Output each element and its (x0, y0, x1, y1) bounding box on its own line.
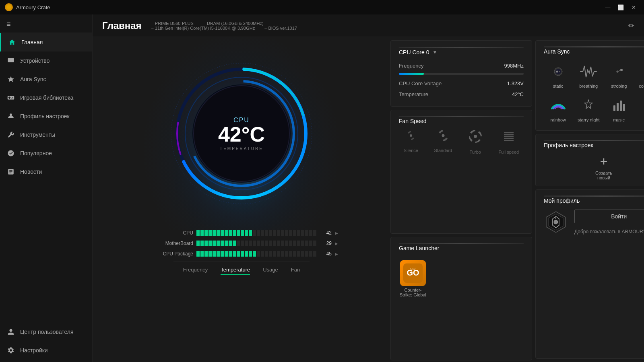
frequency-bar-fill (399, 73, 424, 75)
svg-marker-1 (8, 76, 14, 82)
sidebar-item-news[interactable]: Новости (0, 162, 92, 181)
minimize-button[interactable]: — (602, 3, 613, 11)
sidebar-item-profiles[interactable]: Профиль настроек (0, 107, 92, 125)
gauge-temperature: 42°C (218, 124, 265, 145)
game-launcher-header: Game Launcher (399, 245, 524, 251)
gauge-temp-label: TEMPERATURE (220, 146, 263, 151)
voltage-row: CPU Core Voltage 1.323V (399, 78, 524, 89)
music-label: music (613, 117, 625, 122)
bar-value-motherboard: 29 (320, 241, 332, 246)
aura-option-static[interactable]: static (544, 60, 573, 91)
strobing-icon (610, 63, 628, 80)
sidebar-item-aura[interactable]: Aura Sync (0, 70, 92, 88)
aura-option-strobing[interactable]: strobing (605, 60, 634, 91)
create-profile-button[interactable]: + Создатьновый (544, 154, 644, 180)
aura-option-starry-night[interactable]: starry night (574, 94, 603, 125)
svg-point-25 (556, 71, 558, 73)
cpu-detail-title: CPU Core 0 (399, 49, 429, 56)
user-center-icon (6, 327, 15, 336)
fan-turbo-icon (468, 129, 483, 146)
sidebar-item-user-center[interactable]: Центр пользователя (0, 323, 92, 341)
tab-temperature[interactable]: Temperature (221, 267, 250, 275)
aura-option-smart[interactable]: smart (635, 94, 644, 125)
header-info-row1: – PRIME B560-PLUS – DRAM (16.0GB & 2400M… (151, 21, 297, 26)
svg-point-45 (554, 220, 558, 224)
header-info-row2: – 11th Gen Intel(R) Core(TM) i5-11600K @… (151, 26, 297, 31)
header-info: – PRIME B560-PLUS – DRAM (16.0GB & 2400M… (151, 21, 297, 31)
color-cycle-label: color cycle (639, 84, 644, 88)
close-button[interactable]: ✕ (628, 3, 639, 11)
page-title: Главная (102, 20, 142, 31)
my-profile-divider (544, 195, 644, 197)
bar-track-cpu-package (196, 251, 316, 257)
profile-content: Войти Добро пожаловать в ARMOURY CRATE (544, 210, 644, 234)
game-icon-csgo: GO CS: (400, 260, 426, 286)
rainbow-label: rainbow (550, 117, 566, 122)
sidebar: ≡ Главная Устройство Aura Sync (0, 14, 93, 362)
frequency-value: 998MHz (504, 63, 524, 69)
plus-icon: + (600, 154, 608, 169)
svg-point-14 (474, 135, 477, 138)
temperature-value: 42°C (512, 91, 524, 97)
svg-marker-33 (584, 100, 592, 109)
smart-icon (640, 97, 644, 114)
right-panel: CPU Core 0 ▼ Frequency 998MHz CPU Core V… (390, 37, 644, 362)
starry-night-icon (580, 97, 597, 114)
settings-icon (6, 346, 15, 355)
strobing-label: strobing (611, 84, 627, 88)
hamburger-menu[interactable]: ≡ (5, 19, 87, 30)
window-controls: — ⬜ ✕ (602, 3, 639, 11)
gauge-inner: CPU 42°C TEMPERATURE (193, 85, 290, 182)
fan-options: Silence Standard (399, 129, 524, 154)
header-bios: – BIOS ver.1017 (264, 26, 297, 31)
bar-label-cpu-package: CPU Package (157, 251, 193, 257)
my-profile-title: Мой профиль (544, 197, 644, 204)
sidebar-item-settings[interactable]: Настройки (0, 341, 92, 360)
fan-option-turbo[interactable]: Turbo (468, 129, 483, 154)
fan-silence-label: Silence (404, 148, 418, 153)
sidebar-nav: Главная Устройство Aura Sync Игровая биб… (0, 33, 92, 320)
create-new-label: Создатьновый (595, 171, 612, 180)
aura-divider (544, 46, 644, 47)
edit-button[interactable]: ✏ (628, 21, 634, 30)
right-column: Aura Sync (535, 37, 644, 362)
tab-usage[interactable]: Usage (263, 267, 278, 275)
app-title: Armoury Crate (16, 4, 602, 10)
fan-speed-title: Fan Speed (399, 118, 427, 124)
game-label-csgo: Counter-Strike: Global (399, 288, 427, 297)
tab-fan[interactable]: Fan (291, 267, 300, 275)
fan-full-icon (502, 129, 516, 146)
fan-option-silence[interactable]: Silence (404, 129, 418, 154)
aura-option-breathing[interactable]: breathing (574, 60, 603, 91)
sidebar-item-games[interactable]: Игровая библиотека (0, 88, 92, 107)
csgo-logo-svg: GO CS: (403, 263, 423, 283)
svg-point-13 (442, 134, 444, 137)
sidebar-item-home[interactable]: Главная (0, 33, 92, 51)
app-logo (5, 3, 13, 11)
maximize-button[interactable]: ⬜ (615, 3, 626, 11)
aura-option-color-cycle[interactable]: color cycle (635, 60, 644, 91)
fan-option-standard[interactable]: Standard (434, 129, 452, 154)
header-motherboard: – PRIME B560-PLUS (151, 21, 194, 26)
sidebar-item-device[interactable]: Устройство (0, 51, 92, 70)
color-cycle-icon (640, 63, 644, 80)
aura-option-rainbow[interactable]: rainbow (544, 94, 573, 125)
aura-option-music[interactable]: music (605, 94, 634, 125)
game-item-csgo[interactable]: GO CS: Counter-Strike: Global (399, 256, 427, 297)
fan-option-full[interactable]: Full speed (498, 129, 519, 154)
fan-speed-header: Fan Speed (399, 118, 524, 124)
profile-divider (544, 140, 644, 141)
bar-arrow-cpu-package: ▶ (335, 252, 343, 256)
game-launcher-panel: Game Launcher GO CS: (390, 237, 532, 361)
sidebar-item-tools[interactable]: Инструменты (0, 125, 92, 144)
tab-frequency[interactable]: Frequency (183, 267, 208, 275)
sidebar-item-popular[interactable]: Популярное (0, 144, 92, 162)
cpu-detail-panel: CPU Core 0 ▼ Frequency 998MHz CPU Core V… (390, 40, 532, 107)
frequency-label: Frequency (399, 63, 423, 69)
cpu-dropdown-arrow[interactable]: ▼ (432, 49, 437, 55)
welcome-text: Добро пожаловать в ARMOURY CRATE (574, 229, 644, 234)
aura-icon (6, 75, 15, 84)
login-button[interactable]: Войти (574, 210, 644, 223)
svg-point-12 (410, 134, 412, 137)
rog-logo-svg (545, 211, 567, 233)
